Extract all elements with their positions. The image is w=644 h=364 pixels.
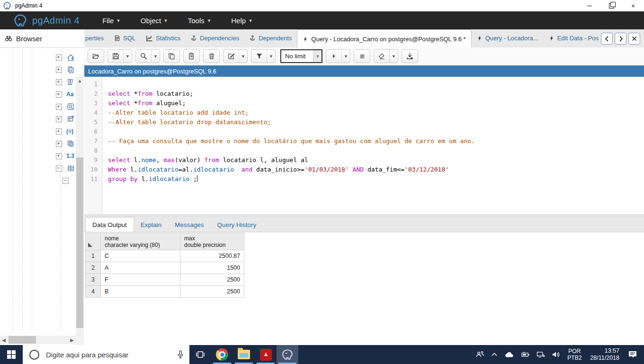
language-indicator[interactable]: POR PTB2 <box>567 348 581 361</box>
minimize-button[interactable] <box>579 0 600 11</box>
taskbar-app-pgadmin[interactable] <box>277 345 298 364</box>
tab-4[interactable]: Dependents <box>244 29 297 47</box>
filter-menu-button[interactable]: ▼ <box>267 50 275 63</box>
scroll-up-icon[interactable]: ▲ <box>76 77 84 84</box>
edit-button[interactable] <box>224 50 239 63</box>
stop-button[interactable] <box>354 50 370 63</box>
execute-button[interactable] <box>326 50 342 63</box>
menu-file[interactable]: File▾ <box>102 17 120 25</box>
power-battery-icon[interactable] <box>520 351 530 358</box>
expand-plus-icon[interactable] <box>56 104 62 110</box>
collapse-minus-icon[interactable] <box>63 178 69 184</box>
tree-item-table-child[interactable] <box>63 174 69 187</box>
copy-button[interactable] <box>164 50 179 63</box>
sql-code-area[interactable]: select *from locatario;select *from alug… <box>108 77 644 214</box>
tab-query-active[interactable]: Query - Locadora_Carro on postgres@Postg… <box>297 29 471 48</box>
expand-plus-icon[interactable] <box>56 128 62 135</box>
cell-nome[interactable]: A <box>101 262 180 274</box>
tree-item-matviews[interactable] <box>56 137 75 150</box>
select-all-corner[interactable] <box>85 233 101 250</box>
onedrive-cloud-icon[interactable] <box>504 351 514 358</box>
close-button[interactable]: × <box>622 0 644 11</box>
menu-help[interactable]: Help▾ <box>231 17 251 25</box>
taskbar-app-chrome[interactable] <box>211 345 233 364</box>
taskbar-app-acrobat[interactable] <box>255 345 277 364</box>
delete-button[interactable] <box>204 50 219 63</box>
filter-button[interactable] <box>251 50 267 63</box>
tree-item-books[interactable] <box>56 76 75 88</box>
tree-item-sequences[interactable]: 1.3 <box>56 150 74 162</box>
cell-max[interactable]: 1500 <box>180 262 244 274</box>
expand-plus-icon[interactable] <box>56 55 62 61</box>
find-menu-button[interactable]: ▼ <box>152 50 160 63</box>
expand-plus-icon[interactable] <box>56 141 62 147</box>
network-icon[interactable] <box>537 351 545 358</box>
clear-menu-button[interactable]: ▼ <box>390 50 398 63</box>
tab-2[interactable]: Statistics <box>141 29 186 47</box>
microphone-icon[interactable] <box>177 350 184 359</box>
column-header-nome[interactable]: nomecharacter varying (80) <box>101 233 180 250</box>
browser-tree[interactable]: Aa(≡)1.3 <box>0 47 76 336</box>
row-number[interactable]: 1 <box>85 250 101 262</box>
task-view-button[interactable] <box>189 345 211 364</box>
tab-close-button[interactable] <box>628 33 640 45</box>
row-number[interactable]: 3 <box>85 274 101 286</box>
output-tab-query-history[interactable]: Query History <box>211 218 263 232</box>
browser-vertical-scrollbar[interactable]: ▲ ▼ <box>76 77 84 364</box>
sql-editor[interactable]: 1234567891011 select *from locatario;sel… <box>84 77 644 214</box>
results-grid[interactable]: nomecharacter varying (80)maxdouble prec… <box>85 233 244 298</box>
tab-scroll-right-button[interactable] <box>615 33 626 45</box>
expand-plus-icon[interactable] <box>56 79 62 85</box>
scroll-right-icon[interactable]: ▶ <box>68 336 76 344</box>
save-menu-button[interactable]: ▼ <box>124 50 132 63</box>
cell-max[interactable]: 2500 <box>180 286 244 298</box>
row-number[interactable]: 2 <box>85 262 101 274</box>
expand-plus-icon[interactable] <box>56 91 62 98</box>
save-button[interactable] <box>108 50 124 63</box>
column-header-max[interactable]: maxdouble precision <box>180 233 244 250</box>
output-tab-explain[interactable]: Explain <box>134 218 168 232</box>
edit-menu-button[interactable]: ▼ <box>239 50 247 63</box>
cell-max[interactable]: 2500 <box>180 274 244 286</box>
output-tab-messages[interactable]: Messages <box>168 218 211 232</box>
cell-nome[interactable]: B <box>101 286 180 298</box>
download-button[interactable] <box>402 50 418 63</box>
tab-3[interactable]: Dependencies <box>186 29 244 47</box>
chevron-up-icon[interactable] <box>491 352 498 357</box>
tab-1[interactable]: SQL <box>109 29 141 47</box>
row-number[interactable]: 4 <box>85 286 101 298</box>
paste-button[interactable] <box>184 50 199 63</box>
scroll-left-icon[interactable]: ◀ <box>0 336 8 344</box>
taskbar-search-box[interactable]: Digite aqui para pesquisar <box>23 345 189 364</box>
tree-item-views[interactable] <box>56 113 75 125</box>
tree-item-collations[interactable]: Aa <box>56 88 73 100</box>
tree-item-functions[interactable]: (≡) <box>56 125 73 137</box>
speaker-icon[interactable] <box>552 351 560 358</box>
people-icon[interactable] <box>476 351 484 358</box>
collapse-minus-icon[interactable] <box>56 165 62 172</box>
tab-scroll-left-button[interactable] <box>601 33 613 45</box>
vertical-scroll-thumb[interactable] <box>76 157 83 328</box>
taskbar-app-file-explorer[interactable] <box>233 345 255 364</box>
menu-tools[interactable]: Tools▾ <box>188 17 211 25</box>
tree-item-domains[interactable] <box>56 100 75 113</box>
tab-0[interactable]: perties <box>84 29 109 47</box>
tab-6[interactable]: Query - Locadora... <box>472 29 544 47</box>
tree-item-home[interactable] <box>56 51 75 64</box>
clear-button[interactable] <box>374 50 390 63</box>
action-center-icon[interactable] <box>628 350 637 359</box>
cell-max[interactable]: 2500.87 <box>180 250 244 262</box>
tree-item-catalogs[interactable] <box>56 64 75 76</box>
restore-button[interactable] <box>600 0 622 11</box>
cell-nome[interactable]: F <box>101 274 180 286</box>
menu-object[interactable]: Object▾ <box>141 17 167 25</box>
browser-horizontal-scrollbar[interactable]: ◀ ▶ <box>0 336 76 344</box>
start-button[interactable] <box>0 345 23 364</box>
expand-plus-icon[interactable] <box>56 153 62 159</box>
execute-menu-button[interactable]: ▼ <box>342 50 350 63</box>
chevron-down-icon[interactable]: ▼ <box>313 50 322 62</box>
expand-plus-icon[interactable] <box>56 67 62 73</box>
open-file-button[interactable] <box>88 50 104 63</box>
horizontal-scroll-thumb[interactable] <box>9 336 36 344</box>
clock[interactable]: 13:57 28/11/2018 <box>590 347 619 362</box>
